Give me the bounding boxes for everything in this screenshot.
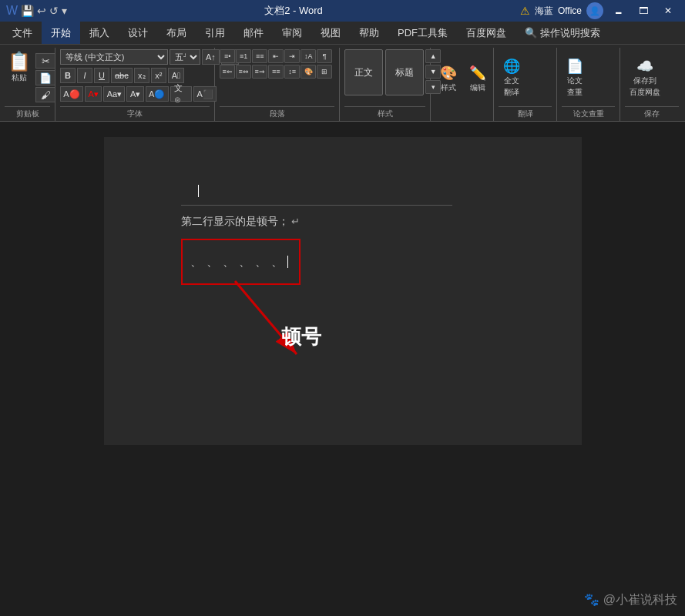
border-button[interactable]: ⊞ <box>317 65 332 79</box>
phonetic-button[interactable]: 文⊙ <box>170 86 193 102</box>
strikethrough-button[interactable]: abc <box>111 68 133 83</box>
bullet-list-button[interactable]: ≡• <box>220 49 235 63</box>
style-button[interactable]: 🎨 样式 <box>435 63 462 95</box>
tab-home[interactable]: 开始 <box>42 22 80 44</box>
style-group: 正文 标题 ▲ ▼ ▾ 样式 <box>341 48 431 121</box>
tab-layout[interactable]: 布局 <box>157 22 196 44</box>
paste-button[interactable]: 📋 粘贴 <box>5 49 34 106</box>
number-list-button[interactable]: ≡1 <box>236 49 251 63</box>
text-color-button[interactable]: A▾ <box>85 86 102 102</box>
line-spacing-button[interactable]: ↕≡ <box>284 65 300 79</box>
tab-review[interactable]: 审阅 <box>273 22 311 44</box>
sort-button[interactable]: ↕A <box>301 49 316 63</box>
font-case-button[interactable]: Aa▾ <box>103 86 125 102</box>
copy-button[interactable]: 📄 <box>35 70 55 85</box>
redo-button[interactable]: ↺ <box>49 5 59 17</box>
edit-btn-label: 编辑 <box>470 82 485 93</box>
edit-icon: ✏️ <box>469 65 486 82</box>
font-format-row: B I U abc x₂ x² A⃝ <box>60 68 184 83</box>
save-content: ☁️ 保存到 百度网盘 <box>625 49 665 106</box>
paper-label: 论文查重 <box>562 106 615 119</box>
paper-check-content: 📄 论文 查重 <box>562 49 588 106</box>
tab-view[interactable]: 视图 <box>311 22 350 44</box>
cut-button[interactable]: ✂ <box>35 53 55 69</box>
translate-button[interactable]: 🌐 全文 翻译 <box>499 56 525 99</box>
font-name-row: 等线 (中文正文) 五号 A↑ A↓ <box>60 49 239 65</box>
border-char-button[interactable]: A⬛ <box>193 86 217 102</box>
document-area[interactable]: 第二行显示的是顿号； ↵ 、、、、、、 <box>0 122 685 616</box>
translate-content: 🌐 全文 翻译 <box>499 49 525 106</box>
underline-button[interactable]: U <box>94 68 109 83</box>
dunhao-label: 顿号 <box>281 323 321 350</box>
close-button[interactable]: ✕ <box>657 3 679 18</box>
user-avatar[interactable]: 👤 <box>586 2 603 19</box>
font-name-select[interactable]: 等线 (中文正文) <box>60 49 168 65</box>
paper-icon: 📄 <box>566 58 583 75</box>
translate-group: 🌐 全文 翻译 翻译 <box>495 48 557 121</box>
tab-references[interactable]: 引用 <box>196 22 234 44</box>
main-content: 第二行显示的是顿号； ↵ 、、、、、、 <box>0 122 685 616</box>
save-button[interactable]: 💾 <box>21 5 34 17</box>
align-center-button[interactable]: ≡⇔ <box>236 65 251 79</box>
title-bar-left: W 💾 ↩ ↺ ▾ <box>6 4 67 18</box>
decrease-indent-button[interactable]: ⇤ <box>268 49 284 63</box>
para-row-1: ≡• ≡1 ≡≡ ⇤ ⇥ ↕A ¶ <box>220 49 332 63</box>
subscript-button[interactable]: x₂ <box>134 68 149 83</box>
horizontal-rule <box>181 205 452 206</box>
align-left-button[interactable]: ≡⇐ <box>220 65 235 79</box>
char-spacing-button[interactable]: A▾ <box>126 86 143 102</box>
font-size-select[interactable]: 五号 <box>170 49 200 65</box>
watermark-text: @小崔说科技 <box>603 593 677 606</box>
clear-format-button[interactable]: A⃝ <box>168 68 184 83</box>
dunhao-box: 、、、、、、 <box>181 239 301 285</box>
tab-baidu[interactable]: 百度网盘 <box>457 22 515 44</box>
dunhao-container: 、、、、、、 顿号 <box>181 239 520 285</box>
tab-pdf[interactable]: PDF工具集 <box>388 22 457 44</box>
style-normal[interactable]: 正文 <box>344 49 383 95</box>
document-title: 文档2 - Word <box>264 4 323 18</box>
align-right-button[interactable]: ≡⇒ <box>252 65 267 79</box>
word-icon: W <box>6 4 18 18</box>
maximize-button[interactable]: 🗖 <box>633 3 654 18</box>
shading-button[interactable]: 🎨 <box>301 65 316 79</box>
style-gallery: 正文 标题 <box>344 49 424 95</box>
bold-button[interactable]: B <box>60 68 76 83</box>
paper-btn-label2: 查重 <box>567 87 583 98</box>
justify-button[interactable]: ≡≡ <box>268 65 284 79</box>
document-page: 第二行显示的是顿号； ↵ 、、、、、、 <box>104 137 582 445</box>
customize-button[interactable]: ▾ <box>62 5 67 17</box>
tab-mailings[interactable]: 邮件 <box>234 22 273 44</box>
show-marks-button[interactable]: ¶ <box>317 49 332 63</box>
style-btn-label: 样式 <box>441 82 456 93</box>
dunhao-chars: 、、、、、、 <box>190 255 287 270</box>
paper-check-group: 📄 论文 查重 论文查重 <box>559 48 620 121</box>
increase-indent-button[interactable]: ⇥ <box>284 49 300 63</box>
office-label: Office <box>558 5 582 16</box>
window-controls: 🗕 🗖 ✕ <box>608 3 679 18</box>
format-painter-button[interactable]: 🖌 <box>35 87 55 102</box>
tab-search[interactable]: 🔍操作说明搜索 <box>515 22 609 44</box>
paste-icon: 📋 <box>8 51 31 72</box>
style-heading[interactable]: 标题 <box>385 49 424 95</box>
doc-line-1: 第二行显示的是顿号； ↵ <box>181 212 520 231</box>
paper-check-button[interactable]: 📄 论文 查重 <box>562 56 588 99</box>
edit-button[interactable]: ✏️ 编辑 <box>465 63 491 95</box>
style-icon: 🎨 <box>440 65 457 82</box>
tab-help[interactable]: 帮助 <box>350 22 388 44</box>
minimize-button[interactable]: 🗕 <box>608 3 630 18</box>
translate-btn-label2: 翻译 <box>504 87 519 98</box>
tab-design[interactable]: 设计 <box>119 22 157 44</box>
superscript-button[interactable]: x² <box>151 68 166 83</box>
multi-level-button[interactable]: ≡≡ <box>252 49 267 63</box>
text-highlight-button[interactable]: A🔴 <box>60 86 83 102</box>
doc-line-1-text: 第二行显示的是顿号； <box>181 215 289 227</box>
translate-icon: 🌐 <box>503 58 520 75</box>
tab-insert[interactable]: 插入 <box>80 22 119 44</box>
paper-btn-label: 论文 <box>567 75 583 86</box>
italic-button[interactable]: I <box>77 68 92 83</box>
char-scale-button[interactable]: A🔵 <box>146 86 169 102</box>
clipboard-content: 📋 粘贴 ✂ 📄 🖌 <box>5 49 55 106</box>
save-cloud-button[interactable]: ☁️ 保存到 百度网盘 <box>625 56 665 99</box>
undo-button[interactable]: ↩ <box>37 5 46 17</box>
tab-file[interactable]: 文件 <box>3 22 42 44</box>
